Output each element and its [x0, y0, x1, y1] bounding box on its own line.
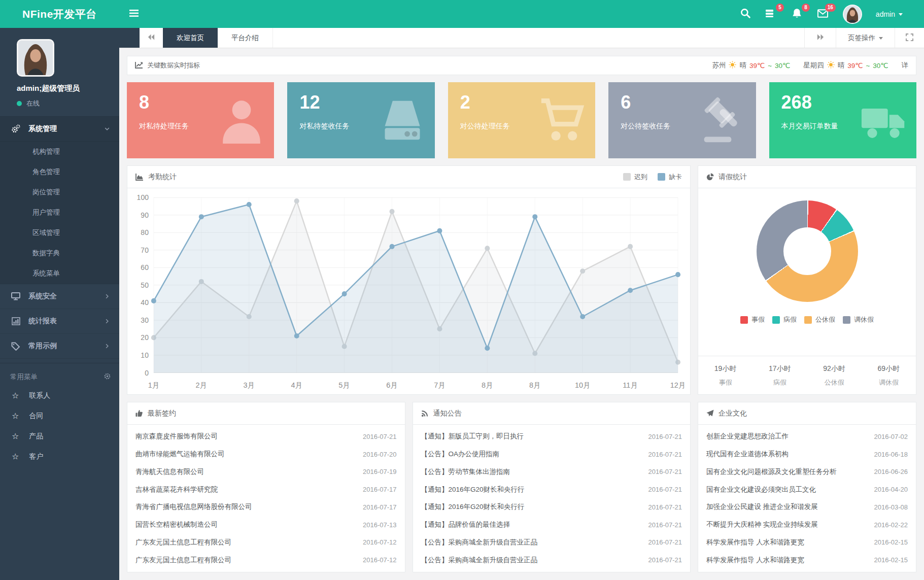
quick-menu-settings-button[interactable] — [104, 372, 111, 382]
rss-icon — [421, 410, 429, 417]
profile-avatar[interactable] — [17, 39, 54, 77]
sidebar-subitem[interactable]: 角色管理 — [0, 162, 119, 182]
leave-hours-label: 调休假 — [862, 378, 916, 387]
quick-menu-item[interactable]: ☆合同 — [0, 406, 119, 426]
list-item[interactable]: 【通知】2016年G20财长和央行行2016-07-21 — [421, 502, 682, 511]
quick-menu-item[interactable]: ☆联系人 — [0, 386, 119, 406]
server-icon — [377, 95, 428, 146]
svg-text:40: 40 — [141, 298, 149, 306]
list-item-title: 【公告】劳动节集体出游指南 — [421, 467, 641, 476]
sidebar-subitem[interactable]: 用户管理 — [0, 202, 119, 223]
tab-welcome-home[interactable]: 欢迎首页 — [163, 28, 218, 48]
stat-card-public-sign[interactable]: 6 对公待签收任务 — [608, 82, 756, 158]
tasks-button[interactable]: 5 — [765, 8, 777, 20]
stat-card-public-pending[interactable]: 2 对公待处理任务 — [448, 82, 595, 158]
tab-bar: 欢迎首页 平台介绍 页签操作 — [119, 28, 924, 48]
list-item[interactable]: 广东友元国土信息工程有限公司2016-07-12 — [135, 538, 397, 547]
legend-swatch — [623, 173, 631, 181]
list-item-title: 科学发展作指导 人水和谐路更宽 — [706, 538, 867, 547]
list-item[interactable]: 吉林省蔬菜花卉科学研究院2016-07-17 — [135, 485, 397, 494]
list-item[interactable]: 广东友元国土信息工程有限公司2016-07-12 — [135, 556, 397, 565]
weather-strip: 苏州 晴 39℃ ~ 30℃ 星期四 晴 39℃ ~ 30℃ 详 — [712, 61, 908, 70]
list-item-title: 创新企业党建思想政治工作 — [706, 432, 867, 441]
sidebar-subitem[interactable]: 系统菜单 — [0, 263, 119, 284]
legend-item[interactable]: 迟到 — [623, 173, 647, 182]
tabs-scroll-right-button[interactable] — [804, 28, 836, 48]
list-item[interactable]: 创新企业党建思想政治工作2016-07-02 — [706, 432, 908, 441]
list-item[interactable]: 国有企业文化问题根源及文化重塑任务分析2016-06-26 — [706, 467, 908, 476]
user-avatar[interactable] — [843, 5, 862, 24]
legend-item[interactable]: 病假 — [772, 315, 797, 324]
sidebar-item-statistics-reports[interactable]: 统计报表 — [0, 309, 119, 334]
list-item-date: 2016-06-26 — [874, 468, 908, 475]
list-item[interactable]: 南京森鹿皮件服饰有限公司2016-07-21 — [135, 432, 397, 441]
list-item-date: 2016-07-20 — [363, 451, 397, 458]
legend-item[interactable]: 公休假 — [804, 315, 835, 324]
attendance-legend: 迟到缺卡 — [623, 173, 682, 182]
list-item[interactable]: 国有企业文化建设必须突出员工文化2016-04-20 — [706, 485, 908, 494]
online-label: 在线 — [26, 99, 40, 108]
sidebar-subitem[interactable]: 区域管理 — [0, 223, 119, 243]
list-item[interactable]: 不断提升大庆精神 实现企业持续发展2016-02-22 — [706, 520, 908, 529]
list-item[interactable]: 加强企业公民建设 推进企业和谐发展2016-03-08 — [706, 502, 908, 511]
list-item[interactable]: 科学发展作指导 人水和谐路更宽2016-02-15 — [706, 556, 908, 565]
tab-operations-dropdown[interactable]: 页签操作 — [836, 28, 895, 48]
bottom-panels-row: 最新签约 南京森鹿皮件服饰有限公司2016-07-21曲靖市绿能燃气运输有限公司… — [127, 402, 916, 572]
fullscreen-button[interactable] — [895, 28, 924, 48]
user-menu-button[interactable]: admin — [876, 10, 903, 18]
sidebar-toggle-button[interactable] — [126, 7, 142, 22]
leave-hours-cell: 92小时公休假 — [807, 364, 862, 387]
sidebar-item-common-examples[interactable]: 常用示例 — [0, 334, 119, 359]
list-item[interactable]: 曲靖市绿能燃气运输有限公司2016-07-20 — [135, 450, 397, 459]
stat-card-private-pending[interactable]: 8 对私待处理任务 — [127, 82, 274, 158]
list-item[interactable]: 青海省广播电视信息网络股份有限公司2016-07-17 — [135, 502, 397, 511]
notifications-button[interactable]: 8 — [791, 8, 803, 20]
weather-low: 30℃ — [873, 61, 888, 70]
fullscreen-icon — [906, 33, 913, 43]
leave-hours-cell: 17小时病假 — [752, 364, 807, 387]
sidebar-subitem[interactable]: 数据字典 — [0, 243, 119, 263]
donut-hole — [783, 227, 831, 275]
list-item[interactable]: 科学发展作指导 人水和谐路更宽2016-02-15 — [706, 538, 908, 547]
tasks-badge: 5 — [776, 4, 784, 12]
weather-more-link[interactable]: 详 — [902, 61, 909, 70]
list-item-date: 2016-07-17 — [363, 486, 397, 493]
tabs-scroll-left-button[interactable] — [140, 28, 163, 48]
list-item-date: 2016-02-22 — [874, 521, 908, 529]
list-item[interactable]: 现代国有企业道德体系初构2016-06-18 — [706, 450, 908, 459]
messages-button[interactable]: 16 — [817, 8, 829, 20]
area-chart-icon — [135, 173, 144, 181]
profile-status: 在线 — [17, 99, 119, 108]
list-item[interactable]: 【通知】品牌价值的最佳选择2016-07-21 — [421, 520, 682, 529]
sidebar-subitem[interactable]: 岗位管理 — [0, 182, 119, 202]
sidebar-item-system-security[interactable]: 系统安全 — [0, 284, 119, 309]
attendance-chart-body: 01020304050607080901001月2月3月4月5月6月7月8月8月… — [127, 188, 690, 394]
sidebar-subitem[interactable]: 机构管理 — [0, 142, 119, 162]
leave-hours-label: 事假 — [698, 378, 752, 387]
list-item[interactable]: 【公告】采购商城全新升级自营业正品2016-07-21 — [421, 556, 682, 565]
sidebar-item-system-management[interactable]: 系统管理 — [0, 117, 119, 142]
list-item-date: 2016-07-19 — [363, 468, 397, 475]
sun-icon — [729, 61, 736, 70]
legend-item[interactable]: 事假 — [740, 315, 765, 324]
legend-item[interactable]: 缺卡 — [658, 173, 682, 182]
list-item[interactable]: 国营长空精密机械制造公司2016-07-13 — [135, 520, 397, 529]
attendance-line-chart: 01020304050607080901001月2月3月4月5月6月7月8月8月… — [127, 188, 690, 394]
list-item-title: 广东友元国土信息工程有限公司 — [135, 538, 356, 547]
sidebar-profile: admin;超级管理员 在线 — [0, 28, 119, 117]
list-item[interactable]: 青海航天信息有限公司2016-07-19 — [135, 467, 397, 476]
quick-menu-item[interactable]: ☆客户 — [0, 447, 119, 467]
list-item-date: 2016-07-21 — [648, 538, 682, 546]
search-button[interactable] — [739, 8, 751, 20]
legend-item[interactable]: 调休假 — [843, 315, 874, 324]
attendance-panel-header: 考勤统计 迟到缺卡 — [127, 166, 690, 188]
list-item[interactable]: 【通知】新版员工守则，即日执行2016-07-21 — [421, 432, 682, 441]
tab-platform-intro[interactable]: 平台介绍 — [218, 28, 273, 48]
stat-card-private-sign[interactable]: 12 对私待签收任务 — [287, 82, 434, 158]
stat-card-monthly-orders[interactable]: 268 本月交易订单数量 — [769, 82, 916, 158]
list-item[interactable]: 【公告】OA办公使用指南2016-07-21 — [421, 450, 682, 459]
list-item[interactable]: 【公告】劳动节集体出游指南2016-07-21 — [421, 467, 682, 476]
list-item[interactable]: 【公告】采购商城全新升级自营业正品2016-07-21 — [421, 538, 682, 547]
list-item[interactable]: 【通知】2016年G20财长和央行行2016-07-21 — [421, 485, 682, 494]
quick-menu-item[interactable]: ☆产品 — [0, 426, 119, 447]
